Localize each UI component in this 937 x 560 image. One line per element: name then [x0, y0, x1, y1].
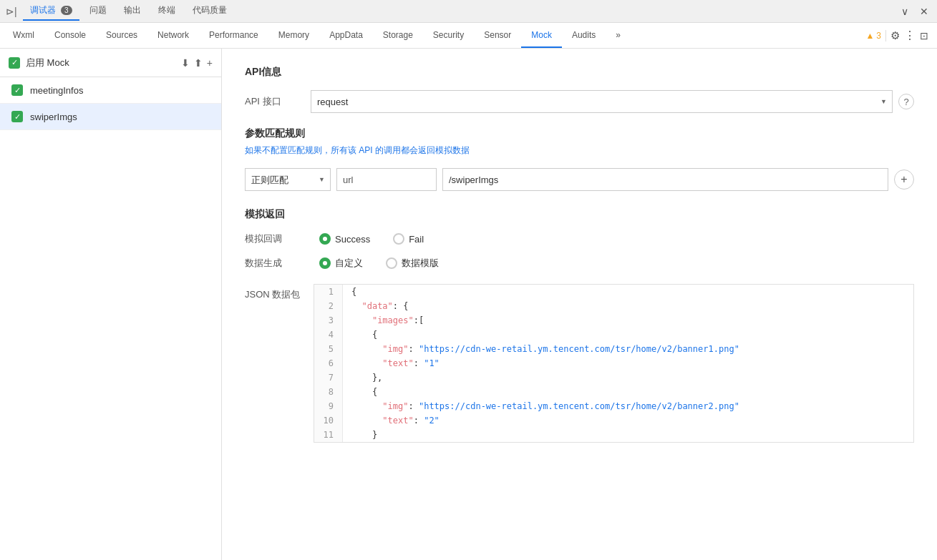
dock-icon[interactable]: ⊡: [920, 30, 928, 41]
sidebar-header: ✓ 启用 Mock ⬇ ⬆ +: [0, 49, 221, 77]
upload-icon[interactable]: ⬆: [194, 57, 203, 69]
json-section: JSON 数据包 1{2 "data": {3 "images":[4 {5 "…: [245, 284, 914, 443]
tab-codequality[interactable]: 代码质量: [185, 1, 234, 21]
fail-radio[interactable]: [393, 233, 404, 245]
api-interface-row: API 接口 request ?: [245, 90, 914, 113]
tab-output[interactable]: 输出: [117, 1, 148, 21]
title-tabs: 调试器 3 问题 输出 终端 代码质量: [23, 1, 234, 21]
code-line: 7 },: [314, 370, 913, 385]
param-match-section: 参数匹配规则 如果不配置匹配规则，所有该 API 的调用都会返回模拟数据 正则匹…: [245, 127, 914, 191]
custom-radio[interactable]: [319, 257, 331, 269]
mock-return-title: 模拟返回: [245, 208, 914, 221]
swiperImgs-label: swiperImgs: [30, 112, 77, 122]
data-template-label: 数据模版: [402, 257, 439, 270]
code-line: 8 {: [314, 385, 913, 399]
success-radio[interactable]: [319, 233, 331, 245]
tab-appdata[interactable]: AppData: [319, 23, 373, 48]
tab-sensor[interactable]: Sensor: [474, 23, 521, 48]
tab-storage[interactable]: Storage: [373, 23, 423, 48]
fail-option[interactable]: Fail: [393, 233, 424, 245]
success-option[interactable]: Success: [319, 233, 370, 245]
code-line: 5 "img": "https://cdn-we-retail.ym.tence…: [314, 342, 913, 356]
match-row: 正则匹配 +: [245, 168, 914, 191]
add-mock-icon[interactable]: +: [207, 57, 213, 69]
tab-mock[interactable]: Mock: [521, 23, 562, 48]
code-line: 9 "img": "https://cdn-we-retail.ym.tence…: [314, 399, 913, 413]
param-match-hint: 如果不配置匹配规则，所有该 API 的调用都会返回模拟数据: [245, 144, 914, 157]
tab-debugger[interactable]: 调试器 3: [23, 1, 79, 21]
title-bar: ⊳| 调试器 3 问题 输出 终端 代码质量 ∨ ✕: [0, 0, 937, 23]
fail-label: Fail: [409, 234, 424, 245]
param-match-title: 参数匹配规则: [245, 127, 914, 140]
code-line: 10 "text": "2": [314, 413, 913, 428]
code-line: 2 "data": {: [314, 299, 913, 313]
json-data-label: JSON 数据包: [245, 284, 302, 443]
meetingInfos-checkbox[interactable]: ✓: [11, 84, 23, 96]
json-code-editor[interactable]: 1{2 "data": {3 "images":[4 {5 "img": "ht…: [314, 284, 914, 443]
custom-option[interactable]: 自定义: [319, 257, 363, 270]
close-icon[interactable]: ✕: [917, 4, 931, 19]
code-line: 3 "images":[: [314, 313, 913, 328]
custom-label: 自定义: [335, 257, 363, 270]
main-layout: ✓ 启用 Mock ⬇ ⬆ + ✓ meetingInfos ✓ swiperI…: [0, 49, 937, 560]
match-field-input[interactable]: [336, 168, 437, 191]
match-type-select-wrapper: 正则匹配: [245, 168, 331, 191]
title-bar-right: ∨ ✕: [898, 4, 931, 19]
api-info-section: API信息 API 接口 request ?: [245, 66, 914, 113]
mock-return-section: 模拟返回 模拟回调 Success Fail 数据生成: [245, 208, 914, 270]
nav-bar-right: ▲ 3 ⚙ ⋮ ⊡: [865, 23, 934, 48]
enable-mock-label: 启用 Mock: [26, 57, 175, 69]
tab-terminal[interactable]: 终端: [151, 1, 183, 21]
mock-callback-options: Success Fail: [319, 233, 424, 245]
code-line: 4 {: [314, 328, 913, 342]
data-template-option[interactable]: 数据模版: [386, 257, 439, 270]
data-gen-row: 数据生成 自定义 数据模版: [245, 257, 914, 270]
data-template-radio[interactable]: [386, 257, 397, 269]
success-label: Success: [335, 234, 370, 245]
expand-icon[interactable]: ⊳|: [6, 6, 17, 17]
tab-wxml[interactable]: Wxml: [3, 23, 44, 48]
add-match-rule-button[interactable]: +: [894, 170, 914, 190]
enable-mock-checkbox[interactable]: ✓: [9, 57, 20, 69]
title-bar-left: ⊳| 调试器 3 问题 输出 终端 代码质量: [6, 1, 234, 21]
api-select-wrapper: request ?: [311, 90, 914, 113]
swiperImgs-checkbox[interactable]: ✓: [11, 111, 23, 122]
data-gen-options: 自定义 数据模版: [319, 257, 439, 270]
nav-bar: Wxml Console Sources Network Performance…: [0, 23, 937, 49]
content-area: API信息 API 接口 request ? 参数匹配规则 如果不配置匹配规则，…: [222, 49, 937, 560]
tab-more[interactable]: »: [606, 23, 631, 48]
mock-callback-label: 模拟回调: [245, 232, 302, 245]
tab-issues[interactable]: 问题: [82, 1, 114, 21]
code-line: 1{: [314, 285, 913, 299]
warning-icon: ▲: [865, 31, 874, 41]
tab-audits[interactable]: Audits: [562, 23, 606, 48]
minimize-icon[interactable]: ∨: [898, 4, 911, 19]
mock-callback-row: 模拟回调 Success Fail: [245, 232, 914, 245]
meetingInfos-label: meetingInfos: [30, 85, 83, 96]
sidebar-item-swiperImgs[interactable]: ✓ swiperImgs: [0, 104, 221, 130]
sidebar-item-meetingInfos[interactable]: ✓ meetingInfos: [0, 77, 221, 104]
api-info-title: API信息: [245, 66, 914, 79]
tab-console[interactable]: Console: [44, 23, 96, 48]
api-interface-label: API 接口: [245, 95, 302, 108]
data-gen-label: 数据生成: [245, 257, 302, 270]
warning-badge: ▲ 3: [865, 31, 881, 41]
settings-icon[interactable]: ⚙: [890, 29, 900, 42]
code-line: 11 }: [314, 428, 913, 442]
download-icon[interactable]: ⬇: [181, 57, 190, 69]
api-select[interactable]: request: [311, 90, 893, 113]
tab-sources[interactable]: Sources: [96, 23, 147, 48]
sidebar-header-actions: ⬇ ⬆ +: [181, 57, 213, 69]
match-type-select[interactable]: 正则匹配: [245, 168, 331, 191]
tab-security[interactable]: Security: [423, 23, 474, 48]
more-options-icon[interactable]: ⋮: [904, 29, 916, 42]
tab-network[interactable]: Network: [147, 23, 199, 48]
tab-memory[interactable]: Memory: [268, 23, 319, 48]
tab-performance[interactable]: Performance: [199, 23, 268, 48]
code-line: 6 "text": "1": [314, 356, 913, 370]
match-value-input[interactable]: [442, 168, 888, 191]
api-select-container: request: [311, 90, 893, 113]
sidebar: ✓ 启用 Mock ⬇ ⬆ + ✓ meetingInfos ✓ swiperI…: [0, 49, 222, 560]
help-icon[interactable]: ?: [898, 94, 914, 109]
